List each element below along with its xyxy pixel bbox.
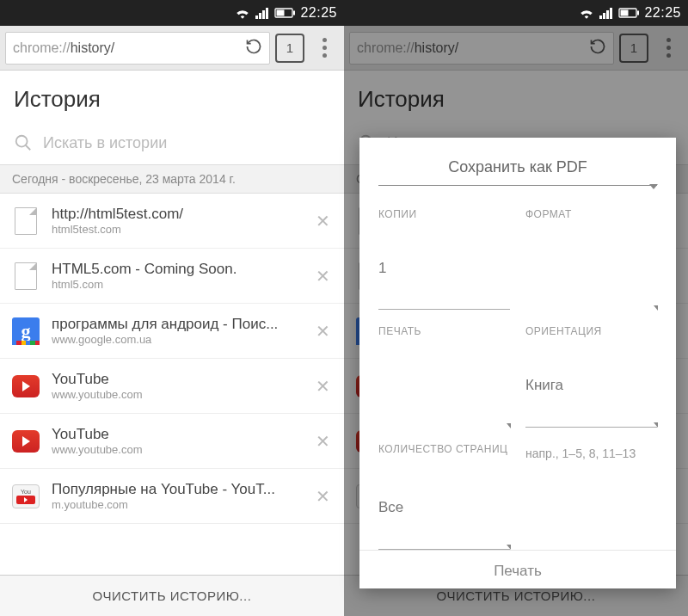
youtube-mobile-icon: You (12, 484, 40, 508)
print-spinner[interactable] (378, 373, 510, 428)
page-title: История (0, 71, 344, 125)
history-item-title: HTML5.com - Coming Soon. (52, 261, 298, 278)
history-item[interactable]: YouTube www.youtube.com ✕ (0, 414, 344, 469)
history-item-title: программы для андроид - Поис... (52, 316, 298, 333)
date-header: Сегодня - воскресенье, 23 марта 2014 г. (0, 164, 344, 194)
svg-rect-9 (599, 15, 602, 19)
format-label: ФОРМАТ (525, 208, 657, 251)
search-icon (14, 133, 33, 152)
history-item[interactable]: g программы для андроид - Поис... www.go… (0, 304, 344, 359)
svg-rect-10 (603, 13, 605, 19)
history-item-url: www.youtube.com (52, 388, 298, 401)
svg-rect-0 (255, 15, 258, 19)
remove-history-item-button[interactable]: ✕ (310, 431, 335, 452)
history-list: http://html5test.com/ html5test.com ✕ HT… (0, 194, 344, 575)
history-item-title: YouTube (52, 426, 298, 443)
history-item-title: Популярные на YouTube - YouT... (52, 481, 298, 498)
wifi-icon (579, 7, 594, 19)
history-item-url: html5test.com (52, 223, 298, 236)
svg-line-8 (26, 145, 31, 151)
orientation-label: ОРИЕНТАЦИЯ (525, 325, 657, 368)
signal-icon (255, 7, 269, 19)
history-item-url: html5.com (52, 278, 298, 291)
clock-text: 22:25 (644, 5, 681, 21)
youtube-icon (12, 430, 40, 453)
save-as-pdf-dialog: Сохранить как PDF КОПИИ ФОРМАТ 1 ПЕЧАТЬ … (359, 138, 676, 588)
clear-history-button[interactable]: ОЧИСТИТЬ ИСТОРИЮ... (0, 575, 344, 616)
history-item[interactable]: HTML5.com - Coming Soon. html5.com ✕ (0, 249, 344, 304)
history-item-url: www.google.com.ua (52, 333, 298, 346)
tabs-button[interactable]: 1 (275, 34, 304, 63)
history-item[interactable]: http://html5test.com/ html5test.com ✕ (0, 194, 344, 249)
pages-hint: напр., 1–5, 8, 11–13 (525, 443, 657, 491)
svg-point-7 (16, 136, 28, 147)
svg-rect-3 (266, 8, 268, 19)
url-scheme: chrome:// (13, 40, 71, 56)
url-path: history/ (71, 40, 115, 56)
pages-spinner[interactable]: Все (378, 496, 510, 550)
remove-history-item-button[interactable]: ✕ (310, 486, 335, 507)
copies-field[interactable]: 1 (378, 256, 510, 311)
youtube-icon (12, 375, 40, 397)
status-bar: 22:25 (0, 0, 344, 26)
dialog-title-underline (378, 185, 657, 186)
svg-rect-1 (259, 13, 261, 19)
history-item-title: YouTube (52, 371, 298, 388)
dialog-body: КОПИИ ФОРМАТ 1 ПЕЧАТЬ ОРИЕНТАЦИЯ Книга К… (359, 193, 676, 550)
menu-button[interactable] (310, 34, 339, 63)
address-bar[interactable]: chrome://history/ (5, 32, 270, 65)
document-icon (15, 207, 37, 235)
pages-label: КОЛИЧЕСТВО СТРАНИЦ (378, 443, 510, 491)
dialog-title: Сохранить как PDF (359, 138, 676, 185)
remove-history-item-button[interactable]: ✕ (310, 266, 335, 286)
print-label: ПЕЧАТЬ (378, 325, 510, 368)
format-spinner[interactable] (525, 256, 657, 311)
reload-icon[interactable] (245, 38, 262, 59)
browser-toolbar: chrome://history/ 1 (0, 26, 344, 71)
document-icon (15, 262, 37, 290)
signal-icon (599, 7, 613, 19)
status-bar: 22:25 (344, 0, 688, 26)
copies-label: КОПИИ (378, 208, 510, 251)
remove-history-item-button[interactable]: ✕ (310, 321, 335, 342)
svg-rect-12 (610, 8, 612, 19)
phone-left: 22:25 chrome://history/ 1 История Искать… (0, 0, 344, 616)
svg-rect-14 (621, 10, 629, 16)
svg-rect-6 (293, 11, 295, 15)
remove-history-item-button[interactable]: ✕ (310, 211, 335, 231)
print-button[interactable]: Печать (359, 550, 676, 588)
history-page: История Искать в истории Сегодня - воскр… (0, 71, 344, 616)
search-placeholder: Искать в истории (43, 134, 167, 152)
google-icon: g (12, 317, 40, 345)
clock-text: 22:25 (300, 5, 337, 21)
wifi-icon (235, 7, 250, 19)
battery-icon (274, 8, 295, 18)
phone-right: 22:25 chrome://history/ 1 История Искать… (344, 0, 688, 616)
orientation-spinner[interactable]: Книга (525, 373, 657, 428)
history-item-url: m.youtube.com (52, 498, 298, 511)
battery-icon (618, 8, 639, 18)
svg-rect-11 (606, 10, 609, 19)
search-input[interactable]: Искать в истории (0, 125, 344, 164)
history-item-title: http://html5test.com/ (52, 206, 298, 223)
remove-history-item-button[interactable]: ✕ (310, 376, 335, 397)
history-item-url: www.youtube.com (52, 443, 298, 456)
history-item[interactable]: You Популярные на YouTube - YouT... m.yo… (0, 469, 344, 524)
history-item[interactable]: YouTube www.youtube.com ✕ (0, 359, 344, 414)
svg-rect-2 (262, 10, 265, 19)
tab-count: 1 (286, 40, 293, 55)
svg-rect-15 (637, 11, 639, 15)
svg-rect-5 (277, 10, 285, 16)
